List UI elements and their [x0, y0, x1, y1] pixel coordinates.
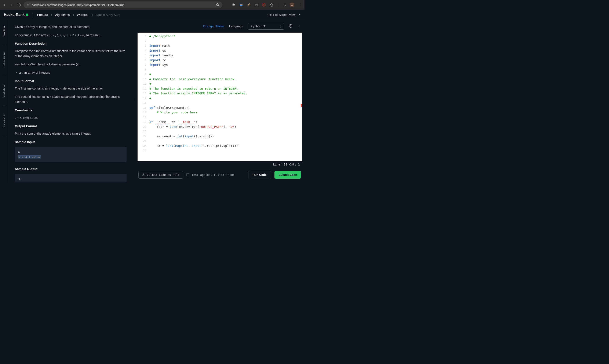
- avatar[interactable]: A: [290, 2, 294, 7]
- upload-code-button[interactable]: Upload Code as File: [138, 171, 183, 179]
- code-text: # The function is expected to return an …: [149, 86, 238, 91]
- code-line[interactable]: 9#: [138, 72, 302, 77]
- code-line[interactable]: 6import re: [138, 58, 302, 63]
- kebab-icon[interactable]: [298, 3, 302, 7]
- playlist-icon[interactable]: [282, 3, 286, 7]
- code-line[interactable]: 14#: [138, 96, 302, 101]
- code-text: ar = list(map(int, input().rstrip().spli…: [149, 143, 240, 148]
- site-settings-icon[interactable]: [26, 3, 30, 7]
- code-line[interactable]: 19⌄if __name__ == '__main__':: [138, 119, 302, 124]
- panel-icon[interactable]: [239, 3, 243, 7]
- reload-icon[interactable]: [17, 3, 21, 7]
- url-bar[interactable]: hackerrank.com/challenges/simple-array-s…: [24, 1, 222, 8]
- code-text: fptr = open(os.environ['OUTPUT_PATH'], '…: [149, 124, 236, 129]
- rail-tab-leaderboard[interactable]: Leaderboard: [3, 76, 6, 104]
- line-number: 14: [138, 96, 149, 101]
- test-custom-input-checkbox[interactable]: Test against custom input: [186, 173, 234, 177]
- collapse-icon: [298, 13, 301, 16]
- heading-output-format: Output Format: [15, 124, 127, 129]
- line-number: 12: [138, 86, 149, 91]
- line-number: 17: [138, 110, 149, 115]
- code-line[interactable]: 7import sys: [138, 63, 302, 67]
- line-number: 22: [138, 134, 149, 139]
- rail-tab-discussions[interactable]: Discussions: [3, 107, 6, 135]
- forward-icon[interactable]: [10, 3, 13, 7]
- divider: [2, 44, 6, 44]
- code-text: ar_count = int(input().strip()): [149, 134, 214, 139]
- drag-dots-icon: [133, 99, 134, 103]
- back-icon[interactable]: [2, 3, 6, 7]
- submit-code-button[interactable]: Submit Code: [274, 171, 301, 179]
- svg-point-10: [300, 4, 300, 4]
- extensions-icon[interactable]: [270, 3, 274, 7]
- param-item: ar: an array of integers: [19, 70, 127, 75]
- exit-fullscreen-button[interactable]: Exit Full Screen View: [268, 13, 301, 16]
- run-code-button[interactable]: Run Code: [248, 171, 271, 179]
- code-line[interactable]: 3import math: [138, 43, 302, 48]
- code-text: import os: [149, 48, 166, 53]
- code-line[interactable]: 15: [138, 101, 302, 105]
- language-value: Python 3: [251, 25, 265, 28]
- kebab-icon[interactable]: [297, 24, 301, 28]
- line-number: 9: [138, 72, 149, 77]
- problem-pane[interactable]: Given an array of integers, find the sum…: [9, 20, 133, 182]
- svg-point-11: [300, 5, 300, 5]
- code-line[interactable]: 4import os: [138, 48, 302, 53]
- output-text: Print the sum of the array's elements as…: [15, 131, 127, 136]
- code-text: [149, 67, 151, 72]
- fold-icon[interactable]: ⌄: [148, 105, 150, 110]
- code-line[interactable]: 10# Complete the 'simpleArraySum' functi…: [138, 77, 302, 82]
- rail-tab-problem[interactable]: Problem: [3, 20, 6, 43]
- crumb-prepare[interactable]: Prepare: [37, 13, 48, 16]
- change-theme-link[interactable]: Change Theme: [203, 25, 224, 28]
- code-line[interactable]: 18: [138, 115, 302, 120]
- box-icon[interactable]: [255, 3, 258, 7]
- code-line[interactable]: 21: [138, 129, 302, 134]
- code-line[interactable]: 25: [138, 148, 302, 153]
- error-marker: [301, 104, 302, 107]
- problem-example: For example, if the array ar = [1, 2, 3]…: [15, 33, 127, 38]
- code-line[interactable]: 2: [138, 39, 302, 44]
- code-line[interactable]: 24 ar = list(map(int, input().rstrip().s…: [138, 143, 302, 148]
- code-editor[interactable]: 1#!/bin/python32 3import math4import os5…: [138, 33, 302, 161]
- line-number: 24: [138, 143, 149, 148]
- crumb-warmup[interactable]: Warmup: [77, 13, 88, 16]
- code-line[interactable]: 13# The function accepts INTEGER_ARRAY a…: [138, 91, 302, 96]
- line-number: 5: [138, 53, 149, 58]
- code-line[interactable]: 12# The function is expected to return a…: [138, 86, 302, 91]
- code-text: import re: [149, 58, 166, 63]
- code-line[interactable]: 1#!/bin/python3: [138, 34, 302, 39]
- code-text: # The function accepts INTEGER_ARRAY ar …: [149, 91, 247, 96]
- line-number: 4: [138, 48, 149, 53]
- language-select[interactable]: Python 3: [248, 23, 284, 30]
- rail-tab-submissions[interactable]: Submissions: [3, 46, 6, 74]
- history-icon[interactable]: [289, 24, 293, 28]
- code-line[interactable]: 11#: [138, 81, 302, 86]
- code-line[interactable]: 22 ar_count = int(input().strip()): [138, 134, 302, 139]
- code-text: import random: [149, 53, 173, 58]
- code-line[interactable]: 20 fptr = open(os.environ['OUTPUT_PATH']…: [138, 124, 302, 129]
- record-icon[interactable]: [262, 3, 266, 7]
- line-number: 11: [138, 81, 149, 86]
- line-number: 6: [138, 58, 149, 63]
- code-line[interactable]: 5import random: [138, 53, 302, 58]
- heading-sample-input: Sample Input: [15, 140, 127, 144]
- funcdesc-text-2: simpleArraySum has the following paramet…: [15, 62, 127, 67]
- star-icon[interactable]: [216, 3, 220, 7]
- logo[interactable]: HackerRank: [4, 13, 28, 17]
- code-line[interactable]: 16⌄def simpleArraySum(ar):: [138, 105, 302, 110]
- code-line[interactable]: 23: [138, 139, 302, 143]
- svg-point-3: [28, 5, 29, 5]
- crumb-algorithms[interactable]: Algorithms: [55, 13, 70, 16]
- svg-point-9: [264, 4, 264, 5]
- fold-icon[interactable]: ⌄: [148, 119, 150, 124]
- pane-resize-handle[interactable]: [133, 20, 135, 182]
- cloud-icon[interactable]: [232, 3, 235, 7]
- eyedropper-icon[interactable]: [247, 3, 251, 7]
- editor-footer: Upload Code as File Test against custom …: [135, 168, 305, 182]
- code-line[interactable]: 17 # Write your code here: [138, 110, 302, 115]
- code-line[interactable]: 8: [138, 67, 302, 72]
- line-number: 21: [138, 129, 149, 134]
- code-text: #: [149, 72, 151, 77]
- chevron-right-icon: ❯: [72, 13, 74, 16]
